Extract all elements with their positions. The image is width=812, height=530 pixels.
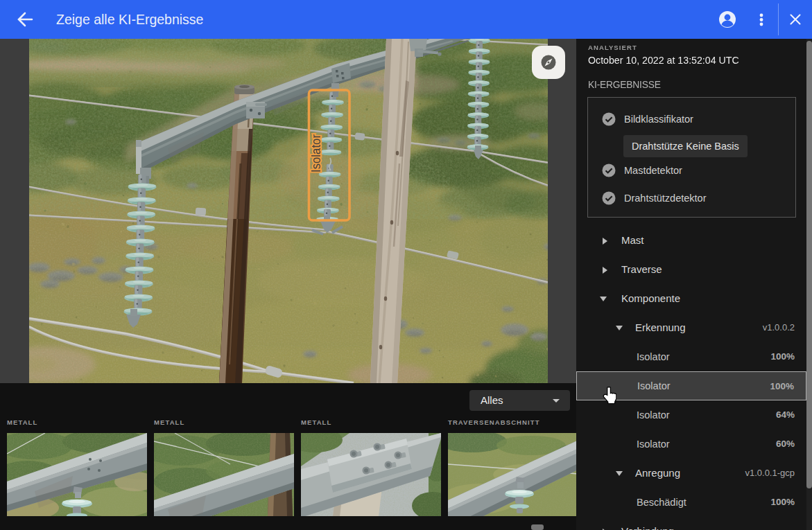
svg-text:Isolator: Isolator xyxy=(309,134,323,173)
